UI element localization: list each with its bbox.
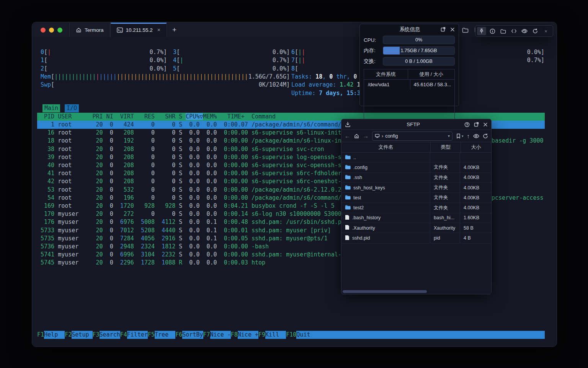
bookmark-icon[interactable] [456,133,461,139]
side-toolbar: × [475,25,553,37]
fkey-button[interactable]: SortBy [182,331,203,339]
close-window-button[interactable] [41,28,46,33]
file-type: 文件夹 [430,173,460,182]
swap-meter: Swp[0K/1024M] [41,81,290,89]
home-tab[interactable]: Termora [69,23,110,37]
fs-empty-area [364,90,454,120]
file-size [460,153,491,162]
file-name: test [353,195,361,200]
maximize-window-button[interactable] [57,28,62,33]
system-info-title: 系统信息 [364,26,441,33]
popout-icon[interactable] [441,27,446,32]
popout-icon[interactable] [474,122,479,127]
fkey-button[interactable]: Nice + [238,331,258,339]
fkey-button[interactable]: Search [100,331,120,339]
memory-meter: Mem[||||||||||||||||||||||||||||||||||||… [41,73,290,81]
home-icon[interactable] [354,133,359,139]
swap-row: 交换: 0 B / 1.00GB [360,56,459,67]
fkey-button[interactable]: Filter [127,331,148,339]
file-row[interactable]: test2文件夹4.00KB [341,203,491,213]
cpu-row: CPU: 0% [360,34,459,45]
close-icon[interactable]: × [541,27,550,35]
cpu-meter-4: 4[|0.7%] [173,56,290,64]
file-icon [345,215,350,221]
fkey-button[interactable]: Help [44,331,65,339]
swap-meter: 0 B / 1.00GB [383,57,455,66]
traffic-lights [33,23,69,37]
file-row[interactable]: .XauthorityXauthority58 B [341,223,491,233]
refresh-icon[interactable] [483,133,488,139]
chevron-down-icon[interactable]: ▾ [448,134,450,138]
file-type: bash_hi... [430,213,460,223]
cpu-meter-0: 0[|0.7%] [41,48,167,56]
file-name: ssh_host_keys [353,185,385,191]
column-size[interactable]: 大小 [461,142,491,152]
minimize-window-button[interactable] [49,28,54,33]
memory-row: 内存: 1.75GB / 7.65GB [360,45,459,56]
close-tab-icon[interactable]: × [157,27,160,33]
file-row[interactable]: .config文件夹4.00KB [341,163,491,172]
upload-icon[interactable]: ↑ [467,133,470,139]
path-separator: › [382,133,383,139]
pin-icon[interactable] [477,27,486,35]
fkey-button[interactable]: Setup [72,331,92,339]
fs-row[interactable]: /dev/vda145.61GB / 58.3... [364,80,454,90]
close-icon[interactable] [450,27,455,32]
download-icon[interactable] [345,122,351,127]
cpu-meter-3: 3[0.0%] [173,48,290,56]
system-info-titlebar: 系统信息 [360,24,459,34]
fkey-button[interactable]: Kill [265,331,286,339]
fs-header-row: 文件系统使用 / 大小 [364,69,454,80]
fkey-label: F1 [37,331,44,339]
new-tab-button[interactable]: + [167,23,182,37]
htop-function-bar: F1Help F2Setup F3SearchF4FilterF5Tree F6… [37,331,545,339]
file-size: 58 B [460,223,491,233]
file-name: test2 [353,205,364,210]
folder-icon[interactable] [498,27,508,35]
fkey-button[interactable]: Tree [155,331,175,339]
close-icon[interactable] [483,122,488,127]
back-icon[interactable]: ← [345,133,350,139]
folder-icon[interactable] [462,27,469,33]
column-type[interactable]: 类型 [431,142,461,152]
home-tab-label: Termora [85,27,104,33]
help-icon[interactable] [464,122,470,127]
home-icon [76,27,82,33]
fkey-button[interactable]: Quit [296,331,310,339]
file-name: .. [353,155,356,160]
forward-icon[interactable]: → [363,133,369,139]
cpu-value: 0% [383,36,454,44]
file-row[interactable]: .ssh文件夹4.00KB [341,173,491,183]
file-name: .ssh [353,175,362,180]
file-row[interactable]: .bash_historybash_hi...1.60KB [341,213,491,223]
session-tab[interactable]: 10.211.55.2 × [110,23,167,37]
file-size: 4.00KB [460,163,491,172]
tab-io[interactable]: I/O [65,104,79,112]
file-type: Xauthority [430,223,460,233]
file-type: 文件夹 [430,193,460,202]
file-row[interactable]: ssh_host_keys文件夹4.00KB [341,183,491,193]
nvidia-icon[interactable] [520,27,529,35]
column-filename[interactable]: 文件名 [341,142,431,152]
file-row[interactable]: test文件夹4.00KB [341,193,491,203]
info-icon[interactable] [488,27,497,35]
file-type: pid [430,233,460,243]
tab-main[interactable]: Main [42,104,60,112]
show-hidden-icon[interactable] [473,134,479,138]
command-fragment: ipcserver-access [488,194,544,202]
path-breadcrumb[interactable]: › config ▾ [372,131,452,141]
bookmark-chevron-icon[interactable]: ▾ [462,134,464,138]
file-name: .Xauthority [352,225,375,231]
file-size: 1.60KB [460,213,491,223]
folder-icon [345,185,351,191]
file-row[interactable]: sshd.pidpid4 B [341,233,491,243]
code-icon[interactable] [509,27,518,35]
cpu-meter-2: 2[0.0%] [41,65,167,73]
sync-icon[interactable] [531,27,540,35]
desktop: Termora 10.211.55.2 × + 0[|0.7%]3[0.0% [0,0,588,368]
fkey-label: F2 [65,331,72,339]
file-row[interactable]: .. [341,153,491,163]
cpu-label: CPU: [364,37,380,43]
fkey-button[interactable]: Nice - [210,331,231,339]
scrollbar-thumb[interactable] [343,290,427,293]
